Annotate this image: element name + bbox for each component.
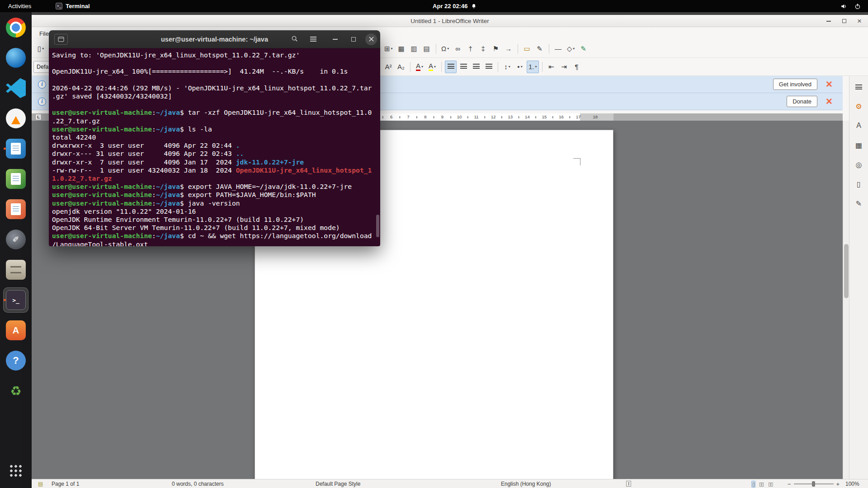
justify-button[interactable] (483, 61, 495, 73)
dock-item-files[interactable] (3, 257, 28, 282)
highlight-color-button[interactable]: A▾ (426, 61, 438, 73)
navigator-button[interactable]: ◎ (853, 158, 865, 171)
terminal-output[interactable]: Saving to: 'OpenJDK11U-jre_x64_linux_hot… (49, 48, 380, 246)
terminal-scrollbar[interactable] (376, 48, 379, 246)
zoom-slider: − + (788, 479, 840, 488)
dock-item-software[interactable]: A (3, 318, 28, 343)
bullet-list-button[interactable]: •▾ (514, 61, 526, 73)
writer-vertical-scrollbar[interactable] (843, 121, 849, 479)
page-style-label[interactable]: Default Page Style (316, 479, 360, 488)
align-right-button[interactable] (470, 61, 482, 73)
decrease-indent-button[interactable]: ⇤ (546, 61, 557, 73)
font-color-button[interactable]: A▾ (414, 61, 425, 73)
properties-button[interactable]: ⚙ (853, 100, 865, 113)
insert-image-button[interactable]: ▦ (396, 42, 407, 55)
insert-endnote-button[interactable]: ‡ (477, 42, 489, 55)
ruler-number: 10 (457, 114, 462, 119)
align-center-button[interactable] (458, 61, 469, 73)
dock-item-thunderbird[interactable] (3, 45, 28, 70)
multi-page-view-button[interactable]: ▯▯ (758, 481, 764, 488)
writer-minimize-button[interactable] (824, 16, 834, 26)
terminal-minimize-button[interactable] (329, 33, 341, 45)
writer-sidebar-tabbar: ⚙A▦◎▯✎ (849, 76, 868, 479)
insert-bookmark-button[interactable]: ⚑ (490, 42, 502, 55)
book-view-button[interactable]: ▯▯ (767, 481, 774, 488)
language-label[interactable]: English (Hong Kong) (501, 479, 551, 488)
zoom-out-button[interactable]: − (788, 481, 791, 488)
dock-item-gimp[interactable]: ✐ (3, 227, 28, 252)
zoom-value-label[interactable]: 100% (845, 479, 859, 488)
terminal-close-button[interactable] (365, 33, 377, 45)
zoom-track[interactable] (794, 483, 834, 484)
infobar-close-icon[interactable]: ✕ (826, 97, 833, 106)
subscript-button[interactable]: A₂ (395, 61, 407, 73)
save-status-icon[interactable]: ▤ (38, 479, 43, 488)
insert-comment-button[interactable]: ▭ (521, 42, 533, 55)
volume-icon (840, 3, 847, 9)
clock-menu[interactable]: Apr 22 02:46 (433, 3, 476, 9)
donate-button[interactable]: Donate (787, 96, 817, 107)
dock-item-chrome[interactable] (3, 15, 28, 40)
activities-button[interactable]: Activities (0, 0, 39, 12)
writer-titlebar[interactable]: Untitled 1 - LibreOffice Writer × (32, 15, 868, 27)
styles-button[interactable]: A (853, 119, 865, 132)
selection-mode-icon[interactable]: I (626, 481, 631, 487)
toolbar-separator (518, 44, 518, 54)
formatting-marks-button[interactable]: ¶ (571, 61, 583, 73)
tab-stop-selector[interactable]: L (35, 114, 42, 120)
terminal-titlebar[interactable]: user@user-virtual-machine: ~/java (49, 30, 380, 48)
new-document-icon: ▯ (38, 45, 41, 52)
insert-hyperlink-button[interactable]: ∞ (452, 42, 464, 55)
zoom-thumb[interactable] (812, 481, 815, 487)
insert-table-button[interactable]: ⊞▾ (382, 42, 395, 55)
dock-item-updater[interactable]: ♻ (3, 378, 28, 404)
basic-shapes-button[interactable]: ◇▾ (565, 42, 577, 55)
scrollbar-thumb[interactable] (376, 215, 379, 237)
writer-close-button[interactable]: × (854, 16, 864, 26)
horizontal-line-button[interactable]: — (552, 42, 564, 55)
track-changes-button[interactable]: ✎ (534, 42, 546, 55)
show-applications-button[interactable] (3, 458, 28, 483)
numbered-list-button[interactable]: 1.▾ (527, 61, 539, 73)
special-character-button[interactable]: Ω▾ (439, 42, 451, 55)
terminal-window[interactable]: user@user-virtual-machine: ~/java Saving… (49, 30, 380, 246)
insert-text-box-button[interactable]: ▤ (421, 42, 433, 55)
word-count-label[interactable]: 0 words, 0 characters (172, 479, 224, 488)
terminal-lines: Saving to: 'OpenJDK11U-jre_x64_linux_hot… (52, 51, 380, 246)
dock-item-vlc[interactable] (3, 106, 28, 131)
scrollbar-thumb[interactable] (844, 244, 849, 298)
gallery-button[interactable]: ▦ (853, 139, 865, 151)
insert-chart-button[interactable]: ▥ (408, 42, 420, 55)
new-document-button[interactable]: ▯ ▾ (35, 42, 47, 55)
dock-item-terminal[interactable] (3, 287, 28, 313)
dock-item-calc[interactable] (3, 166, 28, 192)
cross-reference-button[interactable]: → (503, 42, 514, 55)
infobar-close-icon[interactable]: ✕ (826, 80, 833, 89)
dock-item-help[interactable]: ? (3, 348, 28, 373)
dock-item-writer[interactable] (3, 136, 28, 161)
style-inspector-icon: ✎ (856, 199, 862, 208)
new-tab-button[interactable] (54, 34, 68, 45)
superscript-button[interactable]: A² (382, 61, 394, 73)
writer-maximize-button[interactable] (839, 16, 849, 26)
freeform-line-button[interactable]: ✎ (578, 42, 590, 55)
terminal-menu-button[interactable] (307, 33, 319, 45)
increase-indent-button[interactable]: ⇥ (558, 61, 570, 73)
style-inspector-button[interactable]: ✎ (853, 197, 865, 210)
insert-footnote-button[interactable]: † (465, 42, 476, 55)
page-count-label[interactable]: Page 1 of 1 (52, 479, 79, 488)
sidebar-settings-button[interactable] (853, 80, 865, 93)
get-involved-button[interactable]: Get involved (773, 79, 817, 90)
system-status-area[interactable] (840, 3, 868, 9)
zoom-in-button[interactable]: + (836, 481, 840, 488)
terminal-search-button[interactable] (288, 33, 300, 45)
align-left-button[interactable] (445, 61, 457, 73)
dock-item-vscode[interactable] (3, 75, 28, 101)
page-button[interactable]: ▯ (853, 178, 865, 190)
focused-app-menu[interactable]: >_ Terminal (56, 3, 90, 9)
single-page-view-button[interactable]: ▯ (751, 481, 755, 488)
basic-shapes-icon: ◇ (567, 45, 572, 52)
dock-item-impress[interactable] (3, 197, 28, 222)
line-spacing-button[interactable]: ↕▾ (501, 61, 513, 73)
terminal-maximize-button[interactable] (348, 33, 359, 45)
